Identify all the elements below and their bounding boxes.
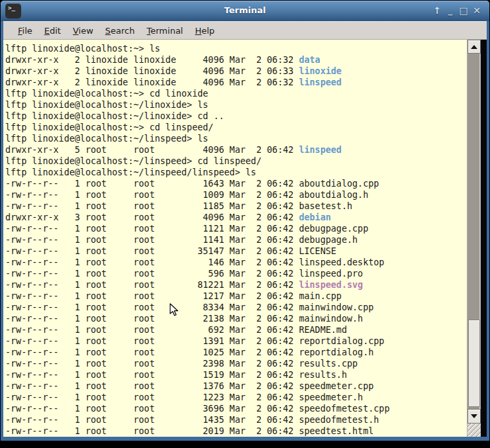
terminal-frame: lftp linoxide@localhost:~> lsdrwxr-xr-x … (3, 40, 487, 437)
terminal-line: -rw-r--r-- 1 root root 1223 Mar 2 06:42 … (5, 392, 467, 403)
terminal-line: drwxr-xr-x 5 root root 4096 Mar 2 06:42 … (5, 144, 467, 156)
scroll-up-button[interactable] (467, 40, 481, 54)
terminal-line: drwxr-xr-x 3 root root 4096 Mar 2 06:42 … (5, 212, 467, 223)
terminal-line: -rw-r--r-- 1 root root 1376 Mar 2 06:42 … (5, 381, 467, 392)
terminal-line: -rw-r--r-- 1 root root 2019 Mar 2 06:42 … (5, 426, 467, 437)
arrow-down-icon (471, 414, 477, 418)
terminal-line: -rw-r--r-- 1 root root 692 Mar 2 06:42 R… (5, 324, 467, 336)
titlebar[interactable]: >_ Terminal ↑ _ □ ✕ (1, 1, 489, 21)
terminal-line: -rw-r--r-- 1 root root 2138 Mar 2 06:42 … (5, 313, 467, 324)
terminal-line: -rw-r--r-- 1 root root 1121 Mar 2 06:42 … (5, 223, 467, 234)
terminal-line: drwxr-xr-x 2 linoxide linoxide 4096 Mar … (5, 77, 467, 88)
terminal-line: -rw-r--r-- 1 root root 8334 Mar 2 06:42 … (5, 302, 467, 313)
window-title: Terminal (1, 5, 489, 15)
menu-item-search[interactable]: Search (99, 23, 141, 38)
close-button[interactable]: ✕ (472, 4, 481, 17)
menu-item-help[interactable]: Help (189, 23, 220, 38)
arrow-up-icon (471, 45, 477, 49)
menu-item-file[interactable]: File (12, 23, 38, 38)
terminal-line: lftp linoxide@localhost:~/linoxide> cd .… (5, 111, 467, 122)
menubar: FileEditViewSearchTerminalHelp (3, 21, 487, 40)
menu-item-terminal[interactable]: Terminal (141, 23, 189, 38)
terminal-line: lftp linoxide@localhost:~/linspeed/linsp… (5, 167, 467, 178)
terminal-line: -rw-r--r-- 1 root root 81221 Mar 2 06:42… (5, 279, 467, 291)
terminal-output[interactable]: lftp linoxide@localhost:~> lsdrwxr-xr-x … (3, 40, 467, 437)
terminal-line: -rw-r--r-- 1 root root 1025 Mar 2 06:42 … (5, 347, 467, 358)
terminal-line: -rw-r--r-- 1 root root 1217 Mar 2 06:42 … (5, 291, 467, 302)
scrollbar-thumb[interactable] (468, 320, 480, 407)
terminal-line: -rw-r--r-- 1 root root 35147 Mar 2 06:42… (5, 246, 467, 257)
terminal-line: -rw-r--r-- 1 root root 1643 Mar 2 06:42 … (5, 178, 467, 189)
terminal-line: -rw-r--r-- 1 root root 146 Mar 2 06:42 l… (5, 257, 467, 268)
scroll-down-button[interactable] (467, 409, 481, 424)
menu-item-edit[interactable]: Edit (38, 23, 67, 38)
maximize-button[interactable]: □ (459, 4, 468, 17)
terminal-line: -rw-r--r-- 1 root root 1185 Mar 2 06:42 … (5, 201, 467, 212)
terminal-line: -rw-r--r-- 1 root root 1391 Mar 2 06:42 … (5, 336, 467, 347)
terminal-line: -rw-r--r-- 1 root root 1009 Mar 2 06:42 … (5, 189, 467, 201)
terminal-line: -rw-r--r-- 1 root root 1435 Mar 2 06:42 … (5, 414, 467, 426)
terminal-line: drwxr-xr-x 2 linoxide linoxide 4096 Mar … (5, 66, 467, 77)
desktop-background: >_ Terminal ↑ _ □ ✕ FileEditViewSearchTe… (0, 0, 490, 448)
scrollbar-trough[interactable] (467, 54, 481, 409)
window-controls: ↑ _ □ ✕ (432, 4, 481, 17)
menu-item-view[interactable]: View (67, 23, 99, 38)
shade-button[interactable]: ↑ (432, 4, 442, 17)
terminal-line: lftp linoxide@localhost:~> cd linspeed/ (5, 122, 467, 133)
scrollbar[interactable] (467, 40, 481, 437)
terminal-line: -rw-r--r-- 1 root root 596 Mar 2 06:42 l… (5, 268, 467, 279)
terminal-line: drwxr-xr-x 2 linoxide linoxide 4096 Mar … (5, 54, 467, 66)
minimize-button[interactable]: _ (446, 6, 455, 15)
resize-grip[interactable] (467, 424, 481, 437)
terminal-line: lftp linoxide@localhost:~/linspeed> ls (5, 133, 467, 144)
terminal-line: -rw-r--r-- 1 root root 1141 Mar 2 06:42 … (5, 234, 467, 246)
terminal-line: lftp linoxide@localhost:~> ls (5, 43, 467, 54)
terminal-line: lftp linoxide@localhost:~> cd linoxide (5, 88, 467, 99)
terminal-line: lftp linoxide@localhost:~/linspeed> cd l… (5, 156, 467, 167)
terminal-line: -rw-r--r-- 1 root root 3696 Mar 2 06:42 … (5, 403, 467, 414)
terminal-window: >_ Terminal ↑ _ □ ✕ FileEditViewSearchTe… (1, 1, 489, 441)
terminal-line: lftp linoxide@localhost:~/linoxide> ls (5, 99, 467, 111)
terminal-line: -rw-r--r-- 1 root root 2398 Mar 2 06:42 … (5, 358, 467, 369)
window-inner-shadow (481, 40, 487, 437)
terminal-line: -rw-r--r-- 1 root root 1519 Mar 2 06:42 … (5, 369, 467, 381)
